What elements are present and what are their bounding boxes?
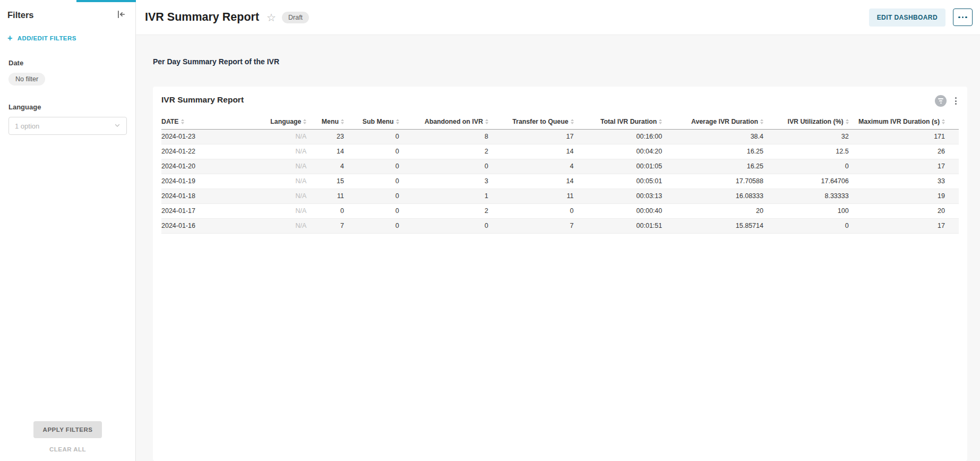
sort-icon (303, 119, 306, 124)
table-cell: 00:01:05 (574, 159, 663, 174)
table-cell: 0 (344, 189, 399, 203)
column-label: Transfer to Queue (512, 118, 568, 125)
column-label: Maximum IVR Duration (s) (858, 118, 940, 125)
table-row: 2024-01-17N/A002000:00:402010020 (161, 203, 959, 218)
table-cell: 16.08333 (662, 189, 763, 203)
table-cell: 2024-01-22 (161, 144, 262, 159)
table-cell: 26 (849, 144, 959, 159)
language-filter-select[interactable]: 1 option (8, 117, 127, 135)
table-cell: 16.25 (662, 144, 763, 159)
column-header-menu[interactable]: Menu (306, 115, 344, 129)
table-cell: 19 (849, 189, 959, 203)
table-cell: 15.85714 (662, 218, 763, 233)
table-cell: 2024-01-23 (161, 129, 262, 144)
chart-card: IVR Summary Report DATELanguageMenuSub M… (153, 87, 967, 461)
table-cell: 4 (306, 159, 344, 174)
dashboard-grid: Per Day Summary Report of the IVR IVR Su… (136, 35, 980, 461)
table-cell: 2024-01-19 (161, 174, 262, 189)
chart-card-header: IVR Summary Report (161, 94, 959, 107)
table-cell: 2024-01-18 (161, 189, 262, 203)
date-filter-label: Date (8, 59, 127, 67)
table-cell: 15 (306, 174, 344, 189)
table-cell: 7 (306, 218, 344, 233)
table-cell: N/A (262, 189, 306, 203)
chart-title: IVR Summary Report (161, 95, 244, 105)
column-header-maximum-ivr-duration-s[interactable]: Maximum IVR Duration (s) (849, 115, 959, 129)
applied-filters-icon[interactable] (935, 95, 947, 107)
chart-card-actions (935, 95, 959, 107)
column-header-sub-menu[interactable]: Sub Menu (344, 115, 399, 129)
table-cell: 2 (399, 203, 488, 218)
filter-bar-footer: APPLY FILTERS CLEAR ALL (0, 421, 135, 461)
column-label: IVR Utilization (%) (787, 118, 843, 125)
edit-dashboard-button[interactable]: EDIT DASHBOARD (869, 8, 945, 27)
date-filter-group: Date No filter (8, 59, 127, 86)
column-label: Language (270, 118, 301, 125)
column-header-abandoned-on-ivr[interactable]: Abandoned on IVR (399, 115, 488, 129)
table-cell: 2024-01-17 (161, 203, 262, 218)
clear-all-button[interactable]: CLEAR ALL (49, 446, 86, 453)
column-header-total-ivr-duration[interactable]: Total IVR Duration (574, 115, 663, 129)
table-cell: 14 (306, 144, 344, 159)
column-header-average-ivr-duration[interactable]: Average IVR Duration (662, 115, 763, 129)
add-edit-filters-button[interactable]: + ADD/EDIT FILTERS (7, 35, 128, 41)
collapse-left-icon (116, 10, 126, 21)
language-filter-value: 1 option (15, 122, 39, 130)
table-cell: 00:04:20 (574, 144, 663, 159)
apply-filters-button[interactable]: APPLY FILTERS (33, 421, 102, 438)
table-cell: 0 (344, 159, 399, 174)
chart-menu-icon[interactable] (953, 96, 959, 106)
sort-icon (571, 119, 574, 124)
sort-icon (485, 119, 488, 124)
table-cell: 17.64706 (763, 174, 849, 189)
table-cell: N/A (262, 129, 306, 144)
table-cell: 4 (488, 159, 574, 174)
table-cell: 0 (488, 203, 574, 218)
table-cell: 00:00:40 (574, 203, 663, 218)
collapse-filter-bar-button[interactable] (115, 8, 127, 22)
table-cell: 14 (488, 174, 574, 189)
sort-icon (942, 119, 945, 124)
sort-icon (760, 119, 763, 124)
table-cell: N/A (262, 218, 306, 233)
sort-icon (341, 119, 344, 124)
table-cell: 11 (306, 189, 344, 203)
dashboard-menu-button[interactable] (953, 8, 973, 26)
language-filter-label: Language (8, 103, 127, 111)
column-header-transfer-to-queue[interactable]: Transfer to Queue (488, 115, 574, 129)
table-cell: 20 (662, 203, 763, 218)
table-cell: 171 (849, 129, 959, 144)
column-label: Sub Menu (363, 118, 394, 125)
column-header-language[interactable]: Language (262, 115, 306, 129)
table-header-row: DATELanguageMenuSub MenuAbandoned on IVR… (161, 115, 959, 129)
table-cell: 0 (344, 144, 399, 159)
table-row: 2024-01-18N/A11011100:03:1316.083338.333… (161, 189, 959, 203)
favorite-star-icon[interactable]: ☆ (267, 12, 276, 23)
table-cell: 17.70588 (662, 174, 763, 189)
date-filter-value-pill[interactable]: No filter (8, 73, 45, 86)
table-cell: 33 (849, 174, 959, 189)
table-cell: 0 (399, 218, 488, 233)
table-cell: 12.5 (763, 144, 849, 159)
page-title: IVR Summary Report (145, 11, 259, 24)
table-cell: 8.33333 (763, 189, 849, 203)
chevron-down-icon (114, 121, 121, 131)
column-header-date[interactable]: DATE (161, 115, 262, 129)
sort-icon (181, 119, 184, 124)
table-cell: 0 (399, 159, 488, 174)
table-cell: 0 (763, 218, 849, 233)
table-cell: 2024-01-20 (161, 159, 262, 174)
table-row: 2024-01-22N/A14021400:04:2016.2512.526 (161, 144, 959, 159)
table-cell: 0 (344, 203, 399, 218)
table-cell: 00:01:51 (574, 218, 663, 233)
column-header-ivr-utilization[interactable]: IVR Utilization (%) (763, 115, 849, 129)
table-cell: N/A (262, 144, 306, 159)
table-row: 2024-01-19N/A15031400:05:0117.7058817.64… (161, 174, 959, 189)
table-cell: 3 (399, 174, 488, 189)
status-badge: Draft (282, 12, 309, 23)
table-cell: 38.4 (662, 129, 763, 144)
table-cell: 17 (488, 129, 574, 144)
table-cell: 0 (763, 159, 849, 174)
header-actions: EDIT DASHBOARD (869, 8, 973, 27)
sort-icon (659, 119, 662, 124)
